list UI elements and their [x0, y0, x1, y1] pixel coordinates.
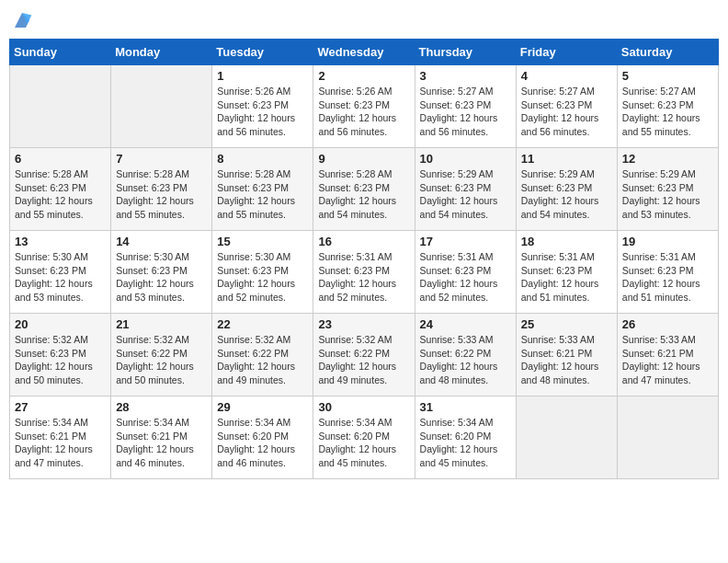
- week-row-1: 1Sunrise: 5:26 AM Sunset: 6:23 PM Daylig…: [10, 65, 719, 148]
- day-info: Sunrise: 5:32 AM Sunset: 6:22 PM Dayligh…: [116, 333, 207, 387]
- day-info: Sunrise: 5:33 AM Sunset: 6:22 PM Dayligh…: [420, 333, 511, 387]
- calendar-cell: 19Sunrise: 5:31 AM Sunset: 6:23 PM Dayli…: [617, 231, 718, 314]
- day-number: 28: [116, 400, 207, 414]
- day-info: Sunrise: 5:28 AM Sunset: 6:23 PM Dayligh…: [116, 167, 207, 222]
- calendar-cell: 10Sunrise: 5:29 AM Sunset: 6:23 PM Dayli…: [415, 148, 516, 231]
- day-info: Sunrise: 5:27 AM Sunset: 6:23 PM Dayligh…: [622, 85, 713, 139]
- day-number: 10: [420, 152, 511, 166]
- day-header-monday: Monday: [111, 40, 212, 65]
- calendar-cell: 2Sunrise: 5:26 AM Sunset: 6:23 PM Daylig…: [313, 65, 415, 148]
- calendar-table: SundayMondayTuesdayWednesdayThursdayFrid…: [9, 39, 719, 479]
- calendar-cell: 16Sunrise: 5:31 AM Sunset: 6:23 PM Dayli…: [313, 231, 415, 314]
- calendar-cell: 21Sunrise: 5:32 AM Sunset: 6:22 PM Dayli…: [111, 314, 212, 396]
- day-info: Sunrise: 5:34 AM Sunset: 6:21 PM Dayligh…: [116, 416, 207, 470]
- calendar-cell: 29Sunrise: 5:34 AM Sunset: 6:20 PM Dayli…: [212, 396, 313, 479]
- day-info: Sunrise: 5:26 AM Sunset: 6:23 PM Dayligh…: [318, 85, 409, 139]
- calendar-cell: [10, 65, 111, 148]
- calendar-cell: 5Sunrise: 5:27 AM Sunset: 6:23 PM Daylig…: [617, 65, 718, 148]
- day-number: 21: [116, 317, 207, 331]
- calendar-cell: 28Sunrise: 5:34 AM Sunset: 6:21 PM Dayli…: [111, 396, 212, 479]
- day-info: Sunrise: 5:28 AM Sunset: 6:23 PM Dayligh…: [217, 167, 308, 222]
- day-info: Sunrise: 5:29 AM Sunset: 6:23 PM Dayligh…: [622, 167, 713, 222]
- day-info: Sunrise: 5:30 AM Sunset: 6:23 PM Dayligh…: [15, 250, 106, 304]
- day-number: 29: [217, 400, 308, 414]
- day-number: 20: [15, 317, 106, 331]
- day-info: Sunrise: 5:29 AM Sunset: 6:23 PM Dayligh…: [420, 167, 511, 222]
- day-info: Sunrise: 5:32 AM Sunset: 6:22 PM Dayligh…: [217, 333, 308, 387]
- day-number: 8: [217, 152, 308, 166]
- day-number: 3: [420, 69, 511, 83]
- calendar-cell: [516, 396, 617, 479]
- day-info: Sunrise: 5:31 AM Sunset: 6:23 PM Dayligh…: [521, 250, 612, 304]
- calendar-cell: 8Sunrise: 5:28 AM Sunset: 6:23 PM Daylig…: [212, 148, 313, 231]
- day-info: Sunrise: 5:27 AM Sunset: 6:23 PM Dayligh…: [521, 85, 612, 139]
- calendar-cell: 14Sunrise: 5:30 AM Sunset: 6:23 PM Dayli…: [111, 231, 212, 314]
- calendar-cell: 9Sunrise: 5:28 AM Sunset: 6:23 PM Daylig…: [313, 148, 415, 231]
- day-number: 31: [420, 400, 511, 414]
- day-info: Sunrise: 5:32 AM Sunset: 6:23 PM Dayligh…: [15, 333, 106, 387]
- day-number: 1: [217, 69, 308, 83]
- day-info: Sunrise: 5:28 AM Sunset: 6:23 PM Dayligh…: [318, 167, 409, 222]
- calendar-cell: 27Sunrise: 5:34 AM Sunset: 6:21 PM Dayli…: [10, 396, 111, 479]
- day-info: Sunrise: 5:31 AM Sunset: 6:23 PM Dayligh…: [318, 250, 409, 304]
- calendar-cell: 22Sunrise: 5:32 AM Sunset: 6:22 PM Dayli…: [212, 314, 313, 396]
- day-info: Sunrise: 5:34 AM Sunset: 6:20 PM Dayligh…: [217, 416, 308, 470]
- day-info: Sunrise: 5:29 AM Sunset: 6:23 PM Dayligh…: [521, 167, 612, 222]
- logo-icon: [11, 9, 33, 31]
- day-header-saturday: Saturday: [617, 40, 718, 65]
- day-number: 22: [217, 317, 308, 331]
- calendar-cell: 6Sunrise: 5:28 AM Sunset: 6:23 PM Daylig…: [10, 148, 111, 231]
- day-info: Sunrise: 5:34 AM Sunset: 6:21 PM Dayligh…: [15, 416, 106, 470]
- day-number: 15: [217, 235, 308, 248]
- day-number: 23: [318, 317, 409, 331]
- day-number: 13: [15, 235, 106, 248]
- day-info: Sunrise: 5:33 AM Sunset: 6:21 PM Dayligh…: [521, 333, 612, 387]
- calendar-cell: 1Sunrise: 5:26 AM Sunset: 6:23 PM Daylig…: [212, 65, 313, 148]
- calendar-cell: 4Sunrise: 5:27 AM Sunset: 6:23 PM Daylig…: [516, 65, 617, 148]
- day-number: 2: [318, 69, 409, 83]
- calendar-cell: 30Sunrise: 5:34 AM Sunset: 6:20 PM Dayli…: [313, 396, 415, 479]
- day-info: Sunrise: 5:30 AM Sunset: 6:23 PM Dayligh…: [116, 250, 207, 304]
- day-info: Sunrise: 5:31 AM Sunset: 6:23 PM Dayligh…: [420, 250, 511, 304]
- day-number: 30: [318, 400, 409, 414]
- calendar-cell: 7Sunrise: 5:28 AM Sunset: 6:23 PM Daylig…: [111, 148, 212, 231]
- day-number: 18: [521, 235, 612, 248]
- calendar-cell: [111, 65, 212, 148]
- calendar-cell: 12Sunrise: 5:29 AM Sunset: 6:23 PM Dayli…: [617, 148, 718, 231]
- day-number: 27: [15, 400, 106, 414]
- calendar-cell: 17Sunrise: 5:31 AM Sunset: 6:23 PM Dayli…: [415, 231, 516, 314]
- day-number: 24: [420, 317, 511, 331]
- day-header-friday: Friday: [516, 40, 617, 65]
- day-number: 9: [318, 152, 409, 166]
- day-number: 19: [622, 235, 713, 248]
- day-info: Sunrise: 5:30 AM Sunset: 6:23 PM Dayligh…: [217, 250, 308, 304]
- day-header-thursday: Thursday: [415, 40, 516, 65]
- day-number: 11: [521, 152, 612, 166]
- calendar-header-row: SundayMondayTuesdayWednesdayThursdayFrid…: [10, 40, 719, 65]
- page-header: [9, 9, 719, 31]
- calendar-cell: 25Sunrise: 5:33 AM Sunset: 6:21 PM Dayli…: [516, 314, 617, 396]
- day-number: 16: [318, 235, 409, 248]
- day-number: 5: [622, 69, 713, 83]
- day-info: Sunrise: 5:31 AM Sunset: 6:23 PM Dayligh…: [622, 250, 713, 304]
- calendar-cell: 15Sunrise: 5:30 AM Sunset: 6:23 PM Dayli…: [212, 231, 313, 314]
- calendar-cell: 31Sunrise: 5:34 AM Sunset: 6:20 PM Dayli…: [415, 396, 516, 479]
- day-info: Sunrise: 5:32 AM Sunset: 6:22 PM Dayligh…: [318, 333, 409, 387]
- week-row-5: 27Sunrise: 5:34 AM Sunset: 6:21 PM Dayli…: [10, 396, 719, 479]
- calendar-cell: 20Sunrise: 5:32 AM Sunset: 6:23 PM Dayli…: [10, 314, 111, 396]
- day-info: Sunrise: 5:27 AM Sunset: 6:23 PM Dayligh…: [420, 85, 511, 139]
- day-info: Sunrise: 5:34 AM Sunset: 6:20 PM Dayligh…: [420, 416, 511, 470]
- day-number: 17: [420, 235, 511, 248]
- week-row-2: 6Sunrise: 5:28 AM Sunset: 6:23 PM Daylig…: [10, 148, 719, 231]
- calendar-cell: 24Sunrise: 5:33 AM Sunset: 6:22 PM Dayli…: [415, 314, 516, 396]
- calendar-cell: 3Sunrise: 5:27 AM Sunset: 6:23 PM Daylig…: [415, 65, 516, 148]
- day-number: 4: [521, 69, 612, 83]
- day-info: Sunrise: 5:33 AM Sunset: 6:21 PM Dayligh…: [622, 333, 713, 387]
- day-info: Sunrise: 5:28 AM Sunset: 6:23 PM Dayligh…: [15, 167, 106, 222]
- day-number: 12: [622, 152, 713, 166]
- logo: [9, 9, 33, 31]
- day-info: Sunrise: 5:26 AM Sunset: 6:23 PM Dayligh…: [217, 85, 308, 139]
- week-row-3: 13Sunrise: 5:30 AM Sunset: 6:23 PM Dayli…: [10, 231, 719, 314]
- day-number: 25: [521, 317, 612, 331]
- day-number: 14: [116, 235, 207, 248]
